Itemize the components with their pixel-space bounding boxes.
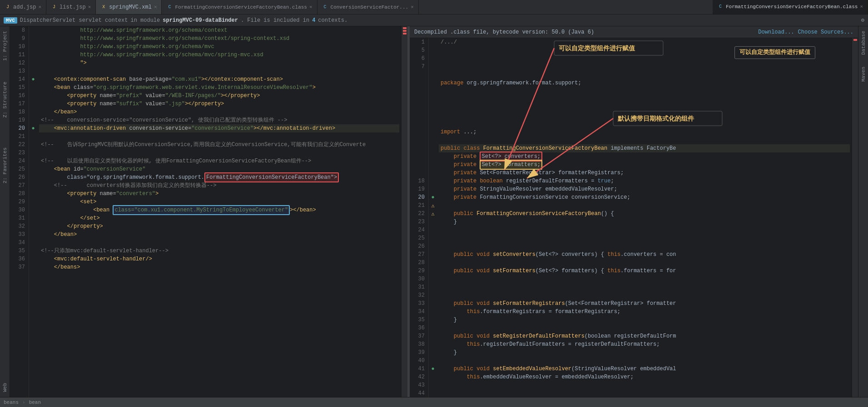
code-line-37: </beans> (39, 263, 399, 271)
code-line-16: <property name= "prefix" value= "/WEB-IN… (39, 92, 399, 100)
decompiled-bar: Decompiled .class file, bytecode version… (410, 26, 858, 38)
right-code-line-26: private FormattingConversionService conv… (439, 193, 850, 201)
code-line-8: http://www.springframework.org/schema/co… (39, 26, 399, 34)
right-code-line-30 (439, 226, 850, 234)
class-icon: C (166, 4, 173, 10)
breadcrumb-separator: › (22, 400, 25, 405)
right-code-line-6: package org.springframework.format.suppo… (439, 79, 850, 87)
right-code-line-23: private Set<FormatterRegistrar> formatte… (439, 169, 850, 177)
left-gutter: ● ● (29, 26, 37, 397)
tab-label: FormattingConversionServiceFactoryBean.c… (175, 5, 307, 10)
tab-formatting-class2[interactable]: C FormattingConversionServiceFactoryBean… (713, 0, 868, 15)
database-tool[interactable]: Database (860, 28, 867, 58)
code-line-15: <bean class= "org.springframework.web.se… (39, 83, 399, 92)
right-panel-scrollbar[interactable] (852, 38, 858, 397)
right-code-line-2 (439, 46, 850, 54)
right-code-line-5 (439, 71, 850, 79)
right-code-line-25: private StringValueResolver embeddedValu… (439, 185, 850, 193)
tab-springmvc-xml[interactable]: X springMVC.xml × (96, 0, 162, 15)
tab-formatting-class1[interactable]: C FormattingConversionServiceFactoryBean… (162, 0, 317, 15)
maven-tool[interactable]: Maven (860, 64, 867, 84)
right-code-content: /.../ package org.springframework.format… (437, 38, 852, 397)
code-line-32: </property> (39, 222, 399, 230)
right-line-numbers: 1 5 6 7 18 (410, 38, 429, 397)
close-icon[interactable]: × (411, 5, 414, 10)
formatters-highlight: Set<?> formatters; (480, 160, 542, 170)
module-name: springMVC-09-dataBinder (163, 17, 238, 24)
structure-tool[interactable]: Z: Structure (1, 79, 9, 120)
code-line-19: <!-- conversion-service="conversionServi… (39, 116, 399, 124)
left-editor-panel: 8 9 10 11 12 13 14 15 16 17 18 19 20 21 … (10, 26, 407, 397)
code-line-23 (39, 149, 399, 157)
right-code-line-11 (439, 120, 850, 128)
right-code-line-27 (439, 201, 850, 210)
right-code-line-43: public void setRegisterDefaultFormatters… (439, 332, 850, 340)
code-line-33: </bean> (39, 230, 399, 239)
close-icon[interactable]: × (154, 5, 157, 10)
right-code-line-40: this .formatterRegistrars = formatterReg… (439, 308, 850, 316)
right-code-line-3 (439, 54, 850, 63)
right-code-line-45: } (439, 348, 850, 357)
breadcrumb-beans: beans (4, 400, 19, 405)
tab-label: add.jsp (13, 4, 36, 10)
left-code-content: http://www.springframework.org/schema/co… (37, 26, 401, 397)
code-line-20: <mvc:annotation-driven conversion-servic… (39, 124, 399, 132)
tab-list-jsp[interactable]: J list.jsp × (46, 0, 96, 15)
right-code-line-47: public void setEmbeddedValueResolver (St… (439, 365, 850, 373)
close-icon[interactable]: × (860, 4, 863, 10)
highlight-formatting-bean: FormattingConversionServiceFactoryBean"> (204, 172, 339, 182)
right-code-line-9 (439, 103, 850, 112)
code-line-34 (39, 239, 399, 247)
jsp-icon: J (51, 4, 57, 10)
tab-conversion-factor[interactable]: C ConversionServiceFactor... × (317, 0, 419, 15)
warning-icon: ⚠ (431, 202, 434, 209)
code-line-26: class="org.springframework.format.suppor… (39, 173, 399, 181)
right-code-line-10 (439, 112, 850, 120)
file-text: . File is included in (241, 17, 309, 24)
tab-label: list.jsp (60, 4, 86, 10)
right-code-line-4 (439, 63, 850, 71)
settings-icon[interactable]: ⚙ (861, 17, 864, 24)
left-line-numbers: 8 9 10 11 12 13 14 15 16 17 18 19 20 21 … (10, 26, 29, 397)
right-editor-panel: Decompiled .class file, bytecode version… (410, 26, 858, 397)
close-icon[interactable]: × (38, 5, 41, 10)
close-icon[interactable]: × (88, 5, 91, 10)
right-code-line-41: } (439, 316, 850, 324)
right-code-line-8 (439, 95, 850, 103)
context-suffix: contexts. (318, 17, 347, 24)
close-icon[interactable]: × (309, 5, 312, 10)
project-tool[interactable]: 1: Project (1, 28, 9, 64)
right-code-line-38 (439, 291, 850, 299)
context-name: DispatcherServlet servlet context (20, 17, 128, 24)
jsp-icon: J (5, 4, 11, 10)
download-link[interactable]: Download... (758, 29, 794, 35)
module-text: in module (130, 17, 160, 24)
info-bar: MVC DispatcherServlet servlet context in… (0, 15, 868, 26)
code-line-12: "> (39, 59, 399, 67)
right-code-line-33: public void setConverters (Set<?> conver… (439, 250, 850, 259)
right-code-line-1: /.../ (439, 38, 850, 46)
right-code-line-37 (439, 283, 850, 291)
highlight-converter-class: class="com.xu1.component.MyStringToEmplo… (113, 205, 290, 215)
tab-bar: J add.jsp × J list.jsp × X springMVC.xml… (0, 0, 868, 15)
status-bar: beans › bean (0, 397, 868, 407)
sources-link[interactable]: Choose Sources... (798, 29, 853, 35)
xml-icon: X (100, 4, 107, 10)
right-code-line-18: import ...; (439, 128, 850, 136)
class-icon: C (322, 4, 328, 10)
tab-label: springMVC.xml (109, 4, 152, 10)
code-line-28: <property name= "converters" > (39, 190, 399, 198)
code-line-10: http://www.springframework.org/schema/mv… (39, 43, 399, 51)
tab-label: ConversionServiceFactor... (331, 5, 409, 10)
code-line-13 (39, 67, 399, 75)
code-line-36: <mvc:default-servlet-handler/> (39, 255, 399, 263)
right-code-line-36 (439, 275, 850, 283)
left-panel-scrollbar[interactable] (401, 26, 407, 397)
web-tool[interactable]: Web (1, 380, 9, 395)
favorites-tool[interactable]: 2: Favorites (1, 145, 9, 186)
right-run-icon: ● (431, 194, 434, 201)
code-line-30: <bean class="com.xu1.component.MyStringT… (39, 206, 399, 214)
run-icon: ● (31, 125, 35, 132)
tab-add-jsp[interactable]: J add.jsp × (0, 0, 46, 15)
decompiled-text: Decompiled .class file, bytecode version… (414, 29, 594, 35)
